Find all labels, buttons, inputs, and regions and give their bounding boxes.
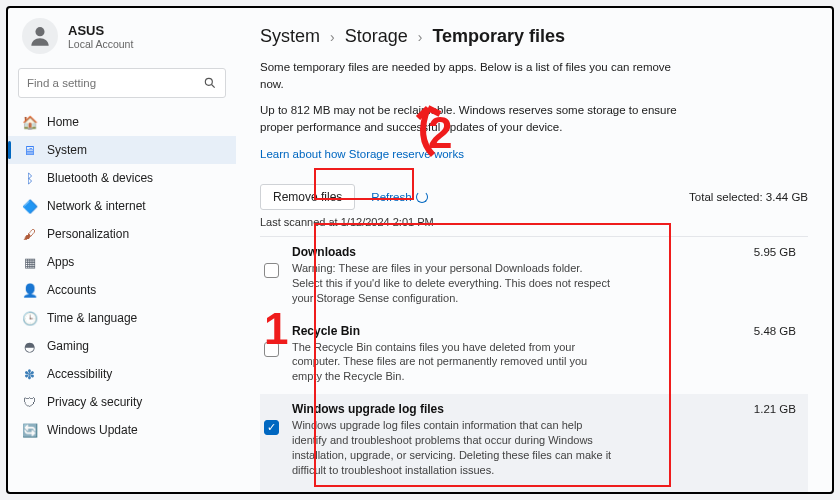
file-item: System error memory dump files1.08 GBRem… [260, 487, 808, 492]
breadcrumb: System › Storage › Temporary files [260, 26, 808, 47]
file-list: Downloads5.95 GBWarning: These are files… [260, 236, 808, 492]
file-title: Windows upgrade log files [292, 402, 444, 416]
nav-label: Personalization [47, 227, 129, 241]
chevron-right-icon: › [330, 29, 335, 45]
sidebar-item-accessibility[interactable]: ✽Accessibility [8, 360, 236, 388]
file-title: Recycle Bin [292, 324, 360, 338]
sidebar-item-network-internet[interactable]: 🔷Network & internet [8, 192, 236, 220]
nav-label: Accounts [47, 283, 96, 297]
nav-icon: ▦ [22, 255, 37, 270]
chevron-right-icon: › [418, 29, 423, 45]
file-size: 5.95 GB [754, 246, 796, 258]
refresh-label: Refresh [371, 191, 411, 203]
refresh-icon [416, 191, 428, 203]
intro-text-2: Up to 812 MB may not be reclaimable. Win… [260, 102, 680, 137]
nav-icon: ◓ [22, 339, 37, 354]
nav-icon: 👤 [22, 283, 37, 298]
file-description: The Recycle Bin contains files you have … [292, 340, 612, 385]
nav-label: Bluetooth & devices [47, 171, 153, 185]
nav-label: Network & internet [47, 199, 146, 213]
profile-name: ASUS [68, 23, 133, 38]
file-checkbox[interactable] [264, 342, 279, 357]
breadcrumb-system[interactable]: System [260, 26, 320, 47]
search-input[interactable] [27, 77, 203, 89]
profile-account: Local Account [68, 38, 133, 50]
nav-label: Accessibility [47, 367, 112, 381]
sidebar-item-time-language[interactable]: 🕒Time & language [8, 304, 236, 332]
nav-label: Time & language [47, 311, 137, 325]
nav-icon: 🖌 [22, 227, 37, 242]
file-item: Windows upgrade log files1.21 GBWindows … [260, 394, 808, 487]
file-checkbox[interactable] [264, 263, 279, 278]
file-item: Downloads5.95 GBWarning: These are files… [260, 237, 808, 316]
search-input-wrap[interactable] [18, 68, 226, 98]
nav-icon: ᛒ [22, 171, 37, 186]
refresh-button[interactable]: Refresh [371, 191, 427, 203]
file-size: 5.48 GB [754, 325, 796, 337]
svg-point-0 [35, 27, 44, 36]
svg-point-1 [205, 78, 212, 85]
file-title: Downloads [292, 245, 356, 259]
file-description: Warning: These are files in your persona… [292, 261, 612, 306]
nav-label: Gaming [47, 339, 89, 353]
nav-label: Apps [47, 255, 74, 269]
sidebar-item-privacy-security[interactable]: 🛡Privacy & security [8, 388, 236, 416]
profile-text: ASUS Local Account [68, 23, 133, 50]
file-item: Recycle Bin5.48 GBThe Recycle Bin contai… [260, 316, 808, 395]
nav-label: Privacy & security [47, 395, 142, 409]
file-checkbox[interactable] [264, 420, 279, 435]
file-size: 1.21 GB [754, 403, 796, 415]
intro-text-1: Some temporary files are needed by apps.… [260, 59, 680, 94]
nav-icon: 🔄 [22, 423, 37, 438]
last-scanned: Last scanned at 1/12/2024 2:01 PM [260, 216, 808, 228]
nav-label: Home [47, 115, 79, 129]
settings-window: ASUS Local Account 🏠Home🖥SystemᛒBluetoot… [6, 6, 834, 494]
action-row: Remove files Refresh Total selected: 3.4… [260, 184, 808, 210]
sidebar-item-personalization[interactable]: 🖌Personalization [8, 220, 236, 248]
sidebar-item-accounts[interactable]: 👤Accounts [8, 276, 236, 304]
sidebar-item-bluetooth-devices[interactable]: ᛒBluetooth & devices [8, 164, 236, 192]
avatar [22, 18, 58, 54]
profile-block[interactable]: ASUS Local Account [8, 18, 236, 68]
nav-label: Windows Update [47, 423, 138, 437]
nav-icon: 🛡 [22, 395, 37, 410]
remove-files-button[interactable]: Remove files [260, 184, 355, 210]
learn-link[interactable]: Learn about how Storage reserve works [260, 148, 464, 160]
nav-icon: 🕒 [22, 311, 37, 326]
file-description: Windows upgrade log files contain inform… [292, 418, 612, 477]
breadcrumb-current: Temporary files [432, 26, 565, 47]
svg-line-2 [212, 85, 215, 88]
search-icon [203, 76, 217, 90]
sidebar: ASUS Local Account 🏠Home🖥SystemᛒBluetoot… [8, 8, 236, 492]
main-content: System › Storage › Temporary files Some … [236, 8, 832, 492]
breadcrumb-storage[interactable]: Storage [345, 26, 408, 47]
sidebar-item-home[interactable]: 🏠Home [8, 108, 236, 136]
sidebar-item-windows-update[interactable]: 🔄Windows Update [8, 416, 236, 444]
total-selected: Total selected: 3.44 GB [689, 191, 808, 203]
nav-icon: 🏠 [22, 115, 37, 130]
nav-list: 🏠Home🖥SystemᛒBluetooth & devices🔷Network… [8, 108, 236, 444]
nav-icon: ✽ [22, 367, 37, 382]
sidebar-item-gaming[interactable]: ◓Gaming [8, 332, 236, 360]
nav-icon: 🖥 [22, 143, 37, 158]
sidebar-item-system[interactable]: 🖥System [8, 136, 236, 164]
nav-icon: 🔷 [22, 199, 37, 214]
nav-label: System [47, 143, 87, 157]
sidebar-item-apps[interactable]: ▦Apps [8, 248, 236, 276]
